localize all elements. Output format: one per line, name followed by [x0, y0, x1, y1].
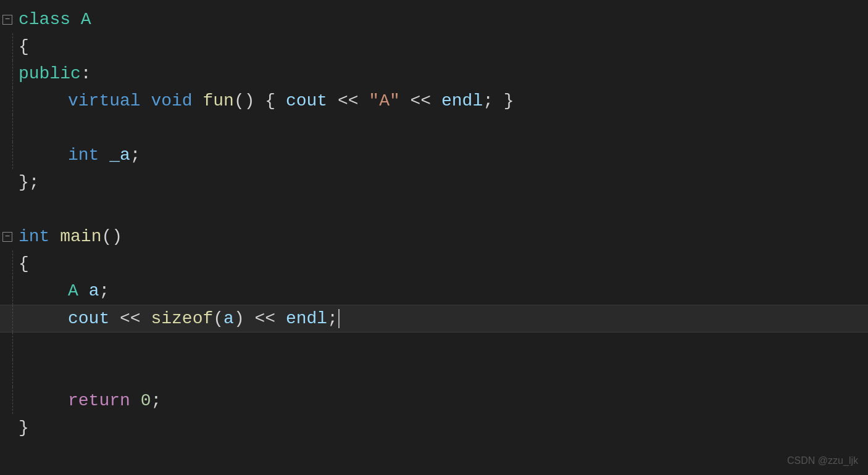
line-empty-1: [0, 115, 868, 142]
token-plain: [49, 223, 60, 250]
line-int-main: −int main(): [0, 223, 868, 250]
vertical-guide-line: [12, 278, 13, 305]
line-empty-2: [0, 196, 868, 223]
watermark: CSDN @zzu_ljk: [787, 453, 858, 469]
vertical-guide-line: [12, 142, 13, 169]
line-return: return 0;: [0, 387, 868, 414]
token-class-name: A: [68, 278, 78, 304]
token-number: 0: [141, 387, 151, 414]
vertical-guide-line: [12, 88, 13, 115]
vertical-guide-line: [12, 305, 13, 332]
token-plain: <<: [109, 305, 151, 332]
token-plain: ; }: [483, 88, 514, 114]
line-open-brace-1: {: [0, 33, 868, 60]
text-cursor: [338, 309, 340, 328]
token-plain: [99, 142, 109, 168]
token-var-name: _a: [109, 142, 130, 168]
vertical-guide-line: [12, 332, 13, 360]
line-virtual-fun: virtual void fun() { cout << "A" << endl…: [0, 88, 868, 115]
token-kw-type: int: [68, 142, 99, 168]
token-var-name: endl: [286, 305, 327, 332]
token-plain: ) <<: [234, 305, 286, 332]
token-plain: ;: [99, 278, 109, 304]
token-var-name: a: [223, 305, 234, 332]
token-kw-public: public: [19, 60, 81, 87]
token-plain: <<: [327, 88, 369, 114]
token-var-name: cout: [286, 88, 327, 114]
token-plain: (: [213, 305, 223, 332]
token-plain: [141, 88, 151, 114]
line-close-brace-2: }: [0, 414, 868, 441]
token-special-fn: sizeof: [151, 305, 213, 332]
token-plain: ;: [130, 142, 141, 168]
line-a-a: A a;: [0, 278, 868, 305]
token-string: "A": [369, 88, 399, 114]
token-class-name: A: [81, 6, 91, 33]
collapse-icon[interactable]: −: [2, 232, 12, 242]
line-public: public:: [0, 60, 868, 88]
code-lines: −class A{public:virtual void fun() { cou…: [0, 6, 868, 441]
token-kw-type: int: [19, 223, 49, 250]
token-var-name: cout: [68, 305, 109, 332]
vertical-guide-line: [12, 387, 13, 414]
token-plain: ;: [151, 387, 161, 414]
token-var-name: a: [89, 278, 99, 304]
token-plain: [130, 387, 141, 414]
token-plain: };: [19, 169, 40, 196]
vertical-guide-line: [12, 360, 13, 387]
vertical-guide-line: [12, 250, 13, 278]
token-fn-name: fun: [202, 88, 233, 114]
vertical-guide-line: [12, 60, 13, 88]
token-kw-virtual: virtual: [68, 88, 141, 114]
token-plain: [193, 88, 203, 114]
token-plain: [70, 6, 81, 33]
line-class-a: −class A: [0, 6, 868, 33]
token-plain: <<: [400, 88, 441, 114]
token-plain: ;: [327, 305, 338, 332]
token-plain: :: [81, 60, 91, 87]
vertical-guide-line: [12, 115, 13, 142]
token-plain: {: [19, 250, 29, 277]
line-cout-sizeof: cout << sizeof(a) << endl;: [0, 305, 868, 332]
collapse-icon[interactable]: −: [2, 15, 12, 25]
token-var-name: endl: [441, 88, 483, 114]
token-plain: (): [101, 223, 122, 250]
token-plain: }: [19, 415, 29, 441]
token-plain: () {: [234, 88, 286, 114]
code-editor: −class A{public:virtual void fun() { cou…: [0, 0, 868, 475]
token-plain: [78, 278, 89, 304]
token-kw-class: class: [19, 6, 70, 33]
token-fn-name: main: [60, 223, 101, 250]
token-kw-type: void: [151, 88, 192, 114]
line-empty-4: [0, 360, 868, 387]
line-empty-3: [0, 332, 868, 360]
token-kw-ctrl: return: [68, 387, 130, 414]
line-int-a: int _a;: [0, 142, 868, 169]
vertical-guide-line: [12, 33, 13, 60]
line-close-brace-1: };: [0, 169, 868, 196]
token-plain: {: [19, 33, 29, 60]
line-open-brace-2: {: [0, 250, 868, 278]
